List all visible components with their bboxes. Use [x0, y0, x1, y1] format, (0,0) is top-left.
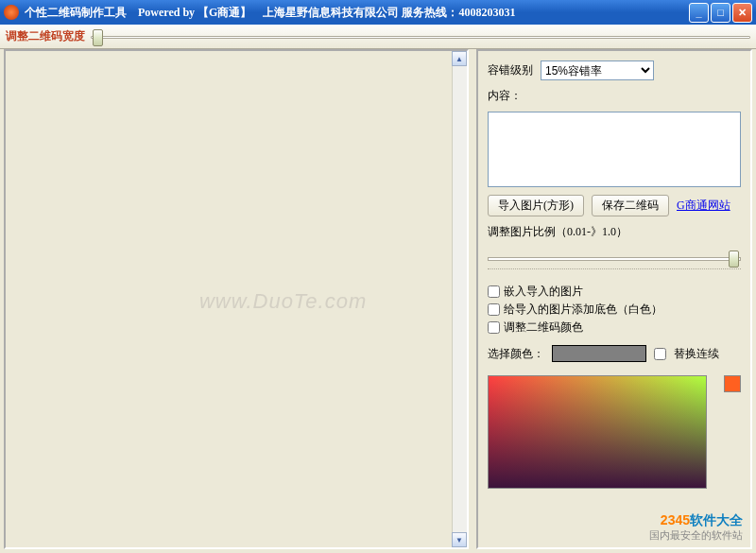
width-slider[interactable] — [91, 28, 750, 45]
preview-pane: www.DuoTe.com ▲ ▼ — [4, 49, 469, 549]
toolbar: 调整二维码宽度 — [0, 25, 756, 49]
settings-pane: 容错级别 15%容错率 内容： 导入图片(方形) 保存二维码 G商通网站 调整图… — [476, 49, 752, 549]
website-link[interactable]: G商通网站 — [677, 198, 730, 214]
color-gradient[interactable] — [488, 375, 707, 489]
scroll-up-icon[interactable]: ▲ — [452, 51, 467, 66]
app-icon — [4, 5, 19, 20]
embed-image-label: 嵌入导入的图片 — [504, 284, 583, 300]
pick-color-label: 选择颜色： — [488, 346, 544, 362]
footer-slogan: 国内最安全的软件站 — [649, 529, 743, 541]
vertical-scrollbar[interactable]: ▲ ▼ — [452, 51, 467, 547]
save-qr-button[interactable]: 保存二维码 — [592, 195, 669, 216]
scroll-down-icon[interactable]: ▼ — [452, 532, 467, 547]
color-preview[interactable] — [552, 345, 646, 362]
hue-bar[interactable] — [724, 375, 741, 392]
add-bg-checkbox[interactable] — [488, 303, 500, 316]
import-image-button[interactable]: 导入图片(方形) — [488, 195, 584, 216]
replace-continuous-checkbox[interactable] — [654, 348, 666, 360]
splitter[interactable] — [471, 49, 474, 549]
watermark-text: www.DuoTe.com — [199, 289, 367, 314]
ratio-slider-thumb[interactable] — [729, 251, 739, 268]
embed-image-checkbox[interactable] — [488, 285, 500, 298]
content-textarea[interactable] — [488, 112, 741, 187]
footer-branding: 2345软件大全 国内最安全的软件站 — [649, 511, 743, 542]
ratio-label: 调整图片比例（0.01-》1.0） — [488, 224, 741, 240]
ratio-slider[interactable] — [488, 250, 741, 272]
width-slider-thumb[interactable] — [93, 29, 103, 46]
adjust-color-label: 调整二维码颜色 — [504, 320, 583, 336]
color-picker[interactable] — [488, 375, 741, 489]
add-bg-label: 给导入的图片添加底色（白色） — [504, 302, 662, 318]
ecc-label: 容错级别 — [488, 62, 533, 78]
window-title: 个性二维码制作工具 Powered by 【G商通】 上海星野信息科技有限公司 … — [25, 5, 689, 21]
ecc-select[interactable]: 15%容错率 — [541, 60, 654, 80]
adjust-color-checkbox[interactable] — [488, 321, 500, 334]
replace-continuous-label: 替换连续 — [674, 346, 719, 362]
maximize-button[interactable]: □ — [711, 3, 730, 23]
minimize-button[interactable]: _ — [689, 3, 709, 23]
content-label: 内容： — [488, 88, 741, 104]
titlebar: 个性二维码制作工具 Powered by 【G商通】 上海星野信息科技有限公司 … — [0, 0, 756, 25]
width-slider-label: 调整二维码宽度 — [6, 28, 85, 44]
close-button[interactable]: ✕ — [732, 3, 752, 23]
